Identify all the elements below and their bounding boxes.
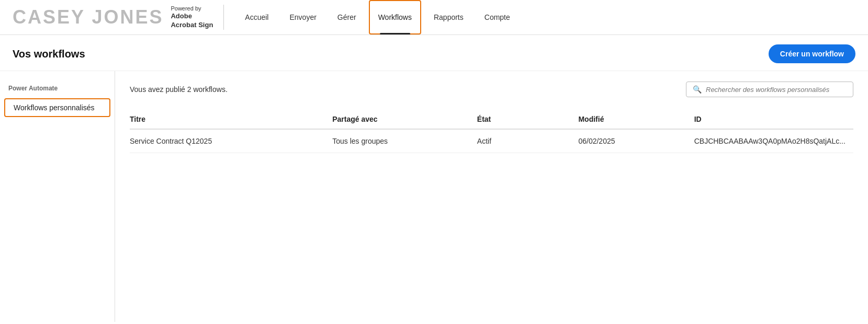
powered-by-line1: Powered by [171, 5, 213, 12]
table-row[interactable]: Service Contract Q12025 Tous les groupes… [130, 129, 853, 153]
sidebar: Power Automate Workflows personnalisés [0, 71, 115, 322]
col-header-shared: Partagé avec [332, 110, 477, 129]
nav-item-envoyer[interactable]: Envoyer [281, 0, 324, 34]
content-area: Vous avez publié 2 workflows. 🔍 Titre Pa… [115, 71, 868, 322]
create-workflow-button[interactable]: Créer un workflow [769, 44, 855, 63]
nav-item-rapports[interactable]: Rapports [425, 0, 472, 34]
search-box: 🔍 [686, 82, 853, 97]
col-header-title: Titre [130, 110, 332, 129]
page-title-bar: Vos workflows Créer un workflow [0, 35, 868, 71]
cell-modified: 06/02/2025 [578, 129, 694, 153]
powered-by-brand: AdobeAcrobat Sign [171, 12, 213, 30]
col-header-id: ID [694, 110, 853, 129]
logo-area: CASEY JONES Powered by AdobeAcrobat Sign [13, 5, 224, 30]
nav-item-workflows[interactable]: Workflows [369, 0, 421, 34]
logo-text: CASEY JONES [13, 6, 163, 28]
sidebar-item-custom-workflows[interactable]: Workflows personnalisés [4, 98, 110, 117]
main-content: Power Automate Workflows personnalisés V… [0, 71, 868, 322]
sidebar-section-label: Power Automate [0, 82, 115, 97]
nav-item-compte[interactable]: Compte [476, 0, 518, 34]
col-header-state: État [477, 110, 579, 129]
content-header: Vous avez publié 2 workflows. 🔍 [130, 82, 853, 97]
search-input[interactable] [706, 86, 847, 94]
cell-title: Service Contract Q12025 [130, 129, 332, 153]
cell-id: CBJCHBCAABAAw3QA0pMAo2H8sQatjALc... [694, 129, 853, 153]
published-info: Vous avez publié 2 workflows. [130, 85, 228, 94]
col-header-modified: Modifié [578, 110, 694, 129]
table-header: Titre Partagé avec État Modifié ID [130, 110, 853, 129]
header: CASEY JONES Powered by AdobeAcrobat Sign… [0, 0, 868, 35]
nav-item-gerer[interactable]: Gérer [329, 0, 365, 34]
workflow-table: Titre Partagé avec État Modifié ID Servi… [130, 110, 853, 153]
cell-state: Actif [477, 129, 579, 153]
powered-by-text: Powered by AdobeAcrobat Sign [171, 5, 213, 30]
page-title: Vos workflows [13, 48, 85, 60]
cell-shared: Tous les groupes [332, 129, 477, 153]
main-nav: Accueil Envoyer Gérer Workflows Rapports… [236, 0, 518, 34]
search-icon: 🔍 [693, 85, 702, 94]
nav-item-accueil[interactable]: Accueil [236, 0, 277, 34]
table-body: Service Contract Q12025 Tous les groupes… [130, 129, 853, 153]
